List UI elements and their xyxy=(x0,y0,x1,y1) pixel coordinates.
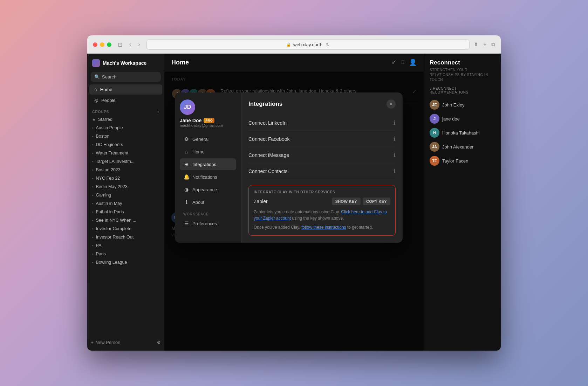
forward-button[interactable]: › xyxy=(136,41,142,48)
maximize-button[interactable] xyxy=(107,42,111,47)
groups-add-button[interactable]: + xyxy=(157,110,159,114)
contacts-label: Connect Contacts xyxy=(248,168,287,174)
general-label: General xyxy=(192,137,208,142)
linkedin-info-icon[interactable]: ℹ xyxy=(394,119,396,126)
investor-reach-out-label: Investor Reach Out xyxy=(96,235,134,240)
boston-2023-label: Boston 2023 xyxy=(96,167,121,172)
back-button[interactable]: ‹ xyxy=(127,41,133,48)
sidebar-item-paris[interactable]: Paris xyxy=(87,250,164,258)
zapier-desc2-cont: to get started. xyxy=(346,225,373,230)
settings-nav-appearance[interactable]: ◑ Appearance xyxy=(180,184,236,195)
sidebar-item-gaming[interactable]: Gaming xyxy=(87,191,164,199)
close-button[interactable]: × xyxy=(387,99,396,109)
tabs-icon[interactable]: ⧉ xyxy=(491,41,495,48)
check-icon[interactable]: ✓ xyxy=(391,58,397,66)
profile-email: machholiday@gmail.com xyxy=(180,123,223,127)
reconnect-person-john-alexander[interactable]: JA John Alexander xyxy=(430,140,495,154)
person-name-john-exley: John Exley xyxy=(442,102,465,108)
workspace-section-label: WORKSPACE xyxy=(180,209,236,218)
integrations-icon: ⊞ xyxy=(183,161,190,167)
zapier-link2[interactable]: follow these instructions xyxy=(301,225,346,230)
sidebar-item-bowling-league[interactable]: Bowling League xyxy=(87,258,164,267)
sidebar-toggle[interactable]: ⊡ xyxy=(116,41,124,49)
workspace-header[interactable]: Mach's Workspace xyxy=(87,54,164,70)
profile-icon[interactable]: 👤 xyxy=(409,58,417,66)
zapier-desc1-cont: using the key shown above. xyxy=(291,216,344,221)
sidebar-item-target-la[interactable]: Target LA Investm... xyxy=(87,157,164,166)
main-body: TODAY J J H J A Reflect on your relation… xyxy=(164,71,424,351)
person-name-taylor-facen: Taylor Facen xyxy=(442,158,468,164)
new-tab-icon[interactable]: + xyxy=(483,41,486,48)
reconnect-subtitle: STRENGTHEN YOUR RELATIONSHIPS BY STAYING… xyxy=(430,68,495,82)
austin-people-label: Austin People xyxy=(96,125,123,130)
sidebar-item-investor-reach-out[interactable]: Investor Reach Out xyxy=(87,233,164,241)
imessage-info-icon[interactable]: ℹ xyxy=(394,152,396,158)
share-icon[interactable]: ⬆ xyxy=(474,41,478,48)
zapier-desc1-text: Zapier lets you create automations using… xyxy=(254,209,340,214)
search-icon: 🔍 xyxy=(94,74,100,80)
refresh-icon[interactable]: ↻ xyxy=(326,42,330,47)
paris-label: Paris xyxy=(96,251,106,256)
reconnect-person-taylor-facen[interactable]: TF Taylor Facen xyxy=(430,154,495,168)
new-person-button[interactable]: + New Person ⚙ xyxy=(87,337,164,348)
home-icon: ⌂ xyxy=(94,87,97,92)
settings-gear-icon[interactable]: ⚙ xyxy=(157,340,161,345)
reconnect-person-honoka[interactable]: H Honoka Takahashi xyxy=(430,126,495,140)
search-label: Search xyxy=(102,74,116,80)
sidebar-item-austin-in-may[interactable]: Austin in May xyxy=(87,199,164,208)
minimize-button[interactable] xyxy=(100,42,104,47)
groups-section-label: GROUPS + xyxy=(87,106,164,115)
reconnect-person-jane-doe[interactable]: J jane doe xyxy=(430,112,495,126)
facebook-info-icon[interactable]: ℹ xyxy=(394,136,396,142)
sidebar-item-boston[interactable]: Boston xyxy=(87,132,164,140)
sidebar-item-berlin-may-2023[interactable]: Berlin May 2023 xyxy=(87,182,164,191)
sidebar-item-water-treatment[interactable]: Water Treatment xyxy=(87,149,164,157)
settings-nav-notifications[interactable]: 🔔 Notifications xyxy=(180,171,236,183)
workspace-name: Mach's Workspace xyxy=(103,60,146,66)
show-key-button[interactable]: SHOW KEY xyxy=(332,198,361,205)
sidebar-item-austin-people[interactable]: Austin People xyxy=(87,124,164,132)
sidebar-home-label: Home xyxy=(100,87,112,92)
home-settings-icon: ⌂ xyxy=(183,149,190,155)
zapier-row: Zapier SHOW KEY COPY KEY xyxy=(254,198,390,205)
settings-modal: JD Jane Doe PRO machholiday@gmail.com xyxy=(175,92,403,243)
modal-overlay: JD Jane Doe PRO machholiday@gmail.com xyxy=(164,71,424,351)
zapier-description-1: Zapier lets you create automations using… xyxy=(254,209,390,221)
target-la-label: Target LA Investm... xyxy=(96,159,135,164)
water-treatment-label: Water Treatment xyxy=(96,151,129,156)
settings-nav-integrations[interactable]: ⊞ Integrations xyxy=(180,158,236,170)
sidebar-item-boston-2023[interactable]: Boston 2023 xyxy=(87,166,164,174)
address-bar[interactable]: 🔒 web.clay.earth ↻ xyxy=(146,39,470,50)
pro-badge: PRO xyxy=(204,118,214,123)
about-label: About xyxy=(192,200,204,205)
copy-key-button[interactable]: COPY KEY xyxy=(363,198,390,205)
avatar-john-exley: JE xyxy=(430,100,439,110)
zapier-desc2-text: Once you've added Clay, xyxy=(254,225,300,230)
avatar-honoka: H xyxy=(430,128,439,138)
settings-nav-general[interactable]: ⚙ General xyxy=(180,133,236,145)
profile-info: Jane Doe PRO machholiday@gmail.com xyxy=(180,118,223,127)
menu-icon[interactable]: ≡ xyxy=(401,58,405,66)
sidebar-item-starred[interactable]: Starred xyxy=(87,115,164,124)
avatar-taylor-facen: TF xyxy=(430,156,439,166)
sidebar-item-pa[interactable]: PA xyxy=(87,241,164,250)
settings-nav-preferences[interactable]: ☰ Preferences xyxy=(180,218,236,229)
avatar-john-alexander: JA xyxy=(430,142,439,152)
dc-engineers-label: DC Engineers xyxy=(96,142,123,147)
sidebar-item-dc-engineers[interactable]: DC Engineers xyxy=(87,140,164,149)
sidebar-item-people[interactable]: ◎ People xyxy=(89,95,162,105)
reconnect-person-john-exley[interactable]: JE John Exley xyxy=(430,98,495,112)
sidebar-item-investor-complete[interactable]: Investor Complete xyxy=(87,225,164,233)
search-button[interactable]: 🔍 Search xyxy=(91,72,161,82)
zapier-section: INTEGRATE CLAY WITH OTHER SERVICES Zapie… xyxy=(248,185,396,236)
browser-window: ⊡ ‹ › 🔒 web.clay.earth ↻ ⬆ + ⧉ Mach's Wo… xyxy=(87,35,501,351)
close-button[interactable] xyxy=(93,42,97,47)
contacts-info-icon[interactable]: ℹ xyxy=(394,168,396,174)
sidebar-item-see-in-nyc[interactable]: See in NYC When ... xyxy=(87,216,164,225)
people-icon: ◎ xyxy=(94,98,98,103)
settings-nav-home[interactable]: ⌂ Home xyxy=(180,146,236,158)
sidebar-item-home[interactable]: ⌂ Home xyxy=(89,84,162,95)
sidebar-item-nyc-feb-22[interactable]: NYC Feb 22 xyxy=(87,174,164,182)
settings-nav-about[interactable]: ℹ About xyxy=(180,196,236,208)
sidebar-item-futbol-paris[interactable]: Futbol in Paris xyxy=(87,208,164,216)
